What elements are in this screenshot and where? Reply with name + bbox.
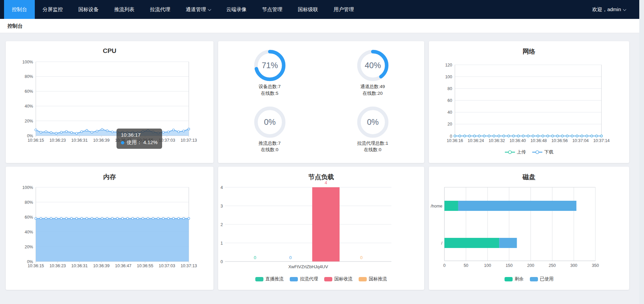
svg-text:200: 200: [527, 263, 534, 268]
legend-item[interactable]: 剩余: [505, 276, 524, 282]
nav-item-label: 国标级联: [298, 6, 318, 12]
nav-item-5[interactable]: 拉流代理: [142, 0, 178, 19]
legend-label: 拉流代理: [300, 276, 318, 282]
legend-swatch-icon: [290, 277, 298, 281]
gauge-4[interactable]: 0%拉流代理总数:1在线数:0: [321, 105, 424, 159]
user-greeting: 欢迎，admin: [592, 6, 621, 12]
svg-text:10:36:55: 10:36:55: [137, 264, 153, 268]
gauge-ring-icon: 0%: [356, 105, 390, 139]
legend-label: 直播推流: [265, 276, 284, 282]
gauge-3[interactable]: 0%推流总数:7在线数:0: [218, 105, 321, 159]
legend-item[interactable]: 下载: [532, 149, 553, 155]
nodeload-chart[interactable]: 012340040XwFtVZrtZbHJq4UV: [218, 167, 424, 290]
memory-title: 内存: [6, 173, 213, 182]
svg-text:0%: 0%: [264, 117, 276, 127]
svg-text:3: 3: [221, 204, 223, 209]
svg-text:0: 0: [360, 255, 362, 260]
legend-label: 已使用: [540, 276, 554, 282]
legend-line-icon: [532, 150, 542, 155]
gauge-ring-icon: 40%: [356, 49, 390, 82]
svg-text:10:36:48: 10:36:48: [531, 138, 547, 143]
nav-item-label: 推流列表: [114, 6, 134, 12]
svg-text:80%: 80%: [25, 74, 33, 79]
svg-text:10:36:47: 10:36:47: [115, 264, 132, 268]
legend-item[interactable]: 国标推流: [359, 276, 387, 282]
nav-item-10[interactable]: 用户管理: [326, 0, 362, 19]
network-legend: 上传下载: [429, 149, 629, 155]
scrollbar-track[interactable]: [639, 0, 644, 304]
tooltip-value: 4.12%: [143, 139, 158, 145]
nav-item-2[interactable]: 分屏监控: [35, 0, 71, 19]
gauge-grid: 71%设备总数:7在线数:540%通道总数:49在线数:200%推流总数:7在线…: [218, 41, 424, 163]
nav-item-label: 节点管理: [262, 6, 282, 12]
network-chart[interactable]: 02040608010012010:36:1610:36:2410:36:321…: [429, 41, 629, 163]
legend-item[interactable]: 已使用: [530, 276, 554, 282]
svg-text:10:36:40: 10:36:40: [510, 138, 526, 143]
gauge-ring-icon: 71%: [253, 49, 287, 82]
legend-item[interactable]: 直播推流: [255, 276, 284, 282]
chevron-down-icon: [208, 8, 211, 11]
svg-text:60%: 60%: [25, 215, 33, 220]
svg-text:10:36:23: 10:36:23: [49, 138, 66, 143]
cpu-panel: CPU 0%20%40%60%80%100%10:36:1510:36:2310…: [6, 41, 213, 163]
disk-chart[interactable]: 050100150200250300350/home/: [429, 167, 629, 290]
svg-text:0%: 0%: [27, 134, 33, 138]
nav-menu: 控制台分屏监控国标设备推流列表拉流代理通道管理云端录像节点管理国标级联用户管理: [4, 0, 592, 19]
legend-item[interactable]: 上传: [505, 149, 526, 155]
svg-text:10:36:39: 10:36:39: [93, 264, 110, 268]
svg-text:0%: 0%: [367, 117, 379, 127]
svg-text:4: 4: [221, 185, 223, 190]
gauge-ring-icon: 0%: [253, 105, 287, 139]
svg-text:20%: 20%: [25, 119, 33, 123]
legend-swatch-icon: [255, 277, 263, 281]
nodeload-legend: 直播推流拉流代理国标收流国标推流: [218, 276, 424, 282]
nav-item-4[interactable]: 推流列表: [106, 0, 142, 19]
svg-text:60: 60: [447, 98, 452, 103]
nav-item-3[interactable]: 国标设备: [71, 0, 106, 19]
nav-item-label: 拉流代理: [150, 6, 170, 12]
memory-panel: 内存 0%20%40%60%80%100%10:36:1510:36:2310:…: [6, 167, 213, 290]
memory-chart[interactable]: 0%20%40%60%80%100%10:36:1510:36:2310:36:…: [6, 167, 213, 290]
legend-item[interactable]: 拉流代理: [290, 276, 318, 282]
gauge-stats: 推流总数:7在线数:0: [259, 140, 281, 153]
nav-item-8[interactable]: 节点管理: [254, 0, 290, 19]
legend-swatch-icon: [530, 277, 538, 281]
svg-text:/: /: [441, 241, 443, 246]
chevron-down-icon: [623, 8, 626, 11]
svg-text:71%: 71%: [261, 61, 278, 70]
nav-item-9[interactable]: 国标级联: [290, 0, 326, 19]
gauge-1[interactable]: 71%设备总数:7在线数:5: [218, 49, 321, 103]
cpu-title: CPU: [6, 47, 213, 55]
nav-item-label: 用户管理: [334, 6, 354, 12]
svg-text:10:36:23: 10:36:23: [49, 264, 66, 268]
svg-text:20: 20: [447, 122, 452, 127]
svg-text:10:36:32: 10:36:32: [489, 138, 505, 143]
nav-item-6[interactable]: 通道管理: [178, 0, 218, 19]
svg-text:0: 0: [289, 255, 291, 260]
svg-text:40%: 40%: [25, 230, 33, 234]
svg-text:/home: /home: [431, 204, 442, 209]
svg-text:10:36:15: 10:36:15: [28, 264, 44, 268]
legend-item[interactable]: 国标收流: [324, 276, 353, 282]
gauge-2[interactable]: 40%通道总数:49在线数:20: [321, 49, 424, 103]
cpu-chart[interactable]: 0%20%40%60%80%100%10:36:1510:36:2310:36:…: [6, 41, 213, 163]
svg-text:10:37:03: 10:37:03: [159, 264, 175, 268]
nav-item-7[interactable]: 云端录像: [218, 0, 254, 19]
svg-text:10:36:16: 10:36:16: [447, 138, 463, 143]
nodeload-title: 节点负载: [218, 173, 424, 182]
svg-text:100%: 100%: [22, 185, 33, 190]
gauge-stats: 拉流代理总数:1在线数:0: [357, 140, 388, 153]
user-menu[interactable]: 欢迎，admin: [592, 0, 639, 19]
network-panel: 网络 02040608010012010:36:1610:36:2410:36:…: [429, 41, 629, 163]
svg-text:10:37:13: 10:37:13: [181, 264, 197, 268]
svg-text:10:37:04: 10:37:04: [572, 138, 589, 143]
breadcrumb-bar: 控制台: [0, 19, 639, 33]
tooltip-label: 使用：: [127, 139, 142, 145]
svg-text:100%: 100%: [22, 60, 33, 64]
breadcrumb: 控制台: [7, 23, 23, 29]
legend-line-icon: [505, 150, 515, 155]
svg-text:20%: 20%: [25, 245, 33, 249]
top-navbar: 控制台分屏监控国标设备推流列表拉流代理通道管理云端录像节点管理国标级联用户管理 …: [0, 0, 639, 19]
svg-text:80: 80: [447, 86, 452, 91]
nav-item-1[interactable]: 控制台: [4, 0, 35, 19]
